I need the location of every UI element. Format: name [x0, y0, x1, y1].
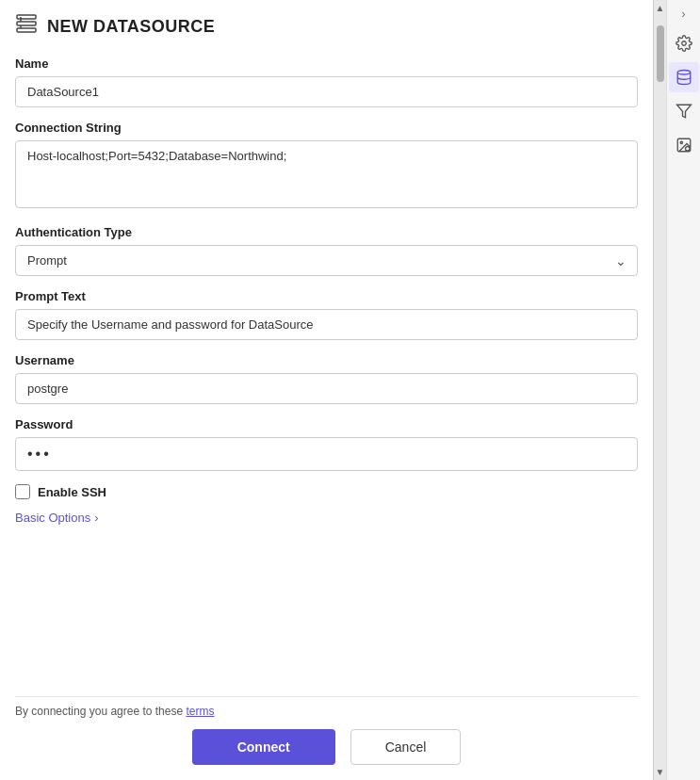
svg-point-6 [677, 71, 691, 75]
datasource-icon [15, 13, 38, 40]
svg-rect-2 [17, 28, 36, 32]
gear-icon-btn[interactable] [669, 28, 699, 58]
prompt-text-input[interactable] [15, 309, 638, 340]
terms-link[interactable]: terms [186, 705, 214, 718]
password-input[interactable] [15, 437, 638, 471]
basic-options-label: Basic Options [15, 511, 90, 525]
scroll-up-arrow[interactable]: ▲ [654, 0, 666, 16]
main-panel: NEW DATASOURCE Name Connection String Au… [0, 0, 653, 780]
username-label: Username [15, 353, 638, 367]
name-field-group: Name [15, 57, 638, 107]
right-sidebar: › [666, 0, 700, 780]
footer-divider [15, 696, 638, 697]
auth-type-field-group: Authentication Type Prompt None Username… [15, 225, 638, 276]
cancel-button[interactable]: Cancel [350, 729, 462, 765]
basic-options-arrow: › [94, 511, 98, 525]
password-label: Password [15, 417, 638, 431]
scrollbar-track[interactable] [654, 16, 666, 764]
image-settings-icon-btn[interactable] [669, 130, 699, 160]
auth-type-label: Authentication Type [15, 225, 638, 239]
svg-point-10 [685, 147, 690, 152]
svg-point-9 [680, 141, 682, 143]
sidebar-collapse-arrow[interactable]: › [667, 4, 700, 24]
prompt-text-field-group: Prompt Text [15, 289, 638, 340]
connection-string-field-group: Connection String [15, 121, 638, 212]
ssh-checkbox[interactable] [15, 484, 30, 499]
connection-string-label: Connection String [15, 121, 638, 135]
svg-point-5 [681, 41, 686, 46]
ssh-row: Enable SSH [15, 484, 638, 499]
database-icon-btn[interactable] [669, 62, 699, 92]
ssh-label: Enable SSH [38, 485, 106, 499]
svg-rect-0 [17, 15, 36, 19]
name-label: Name [15, 57, 638, 71]
auth-type-select[interactable]: Prompt None Username/Password [15, 245, 638, 276]
dialog-header: NEW DATASOURCE [0, 0, 653, 49]
form-scroll-area[interactable]: Name Connection String Authentication Ty… [0, 49, 653, 679]
auth-type-select-wrapper: Prompt None Username/Password ⌄ [15, 245, 638, 276]
footer-area: By connecting you agree to these terms C… [0, 679, 653, 780]
filter-icon-btn[interactable] [669, 96, 699, 126]
name-input[interactable] [15, 76, 638, 107]
dialog-title: NEW DATASOURCE [47, 17, 215, 37]
username-field-group: Username [15, 353, 638, 404]
connection-string-input[interactable] [15, 140, 638, 208]
prompt-text-label: Prompt Text [15, 289, 638, 303]
scrollbar[interactable]: ▲ ▼ [653, 0, 666, 780]
svg-rect-1 [17, 22, 36, 25]
basic-options-link[interactable]: Basic Options › [15, 511, 99, 525]
connect-button[interactable]: Connect [192, 729, 335, 765]
svg-marker-7 [676, 105, 691, 118]
button-row: Connect Cancel [15, 729, 638, 765]
scrollbar-thumb[interactable] [657, 25, 664, 82]
username-input[interactable] [15, 373, 638, 404]
terms-text: By connecting you agree to these terms [15, 705, 638, 718]
scroll-down-arrow[interactable]: ▼ [654, 764, 666, 780]
password-field-group: Password [15, 417, 638, 471]
